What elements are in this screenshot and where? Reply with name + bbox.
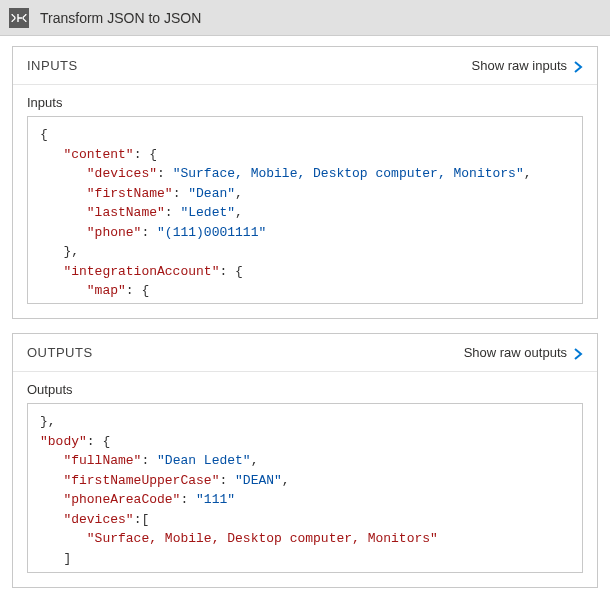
title-bar: Transform JSON to JSON — [0, 0, 610, 36]
panels-container: INPUTS Show raw inputs Inputs { "content… — [0, 36, 610, 610]
outputs-sublabel: Outputs — [27, 382, 583, 397]
chevron-right-icon — [573, 348, 583, 358]
inputs-header-label: INPUTS — [27, 58, 78, 73]
inputs-panel: INPUTS Show raw inputs Inputs { "content… — [12, 46, 598, 319]
outputs-panel: OUTPUTS Show raw outputs Outputs }, "bod… — [12, 333, 598, 588]
show-raw-outputs-link[interactable]: Show raw outputs — [464, 345, 583, 360]
inputs-sublabel: Inputs — [27, 95, 583, 110]
inputs-code-box[interactable]: { "content": { "devices": "Surface, Mobi… — [27, 116, 583, 304]
inputs-panel-body: Inputs { "content": { "devices": "Surfac… — [13, 85, 597, 318]
outputs-code-box[interactable]: }, "body": { "fullName": "Dean Ledet", "… — [27, 403, 583, 573]
show-raw-inputs-text: Show raw inputs — [472, 58, 567, 73]
chevron-right-icon — [573, 61, 583, 71]
inputs-panel-header: INPUTS Show raw inputs — [13, 47, 597, 85]
show-raw-outputs-text: Show raw outputs — [464, 345, 567, 360]
outputs-panel-header: OUTPUTS Show raw outputs — [13, 334, 597, 372]
title-text: Transform JSON to JSON — [40, 10, 201, 26]
liquid-transform-icon — [8, 7, 30, 29]
outputs-panel-body: Outputs }, "body": { "fullName": "Dean L… — [13, 372, 597, 587]
outputs-header-label: OUTPUTS — [27, 345, 93, 360]
show-raw-inputs-link[interactable]: Show raw inputs — [472, 58, 583, 73]
